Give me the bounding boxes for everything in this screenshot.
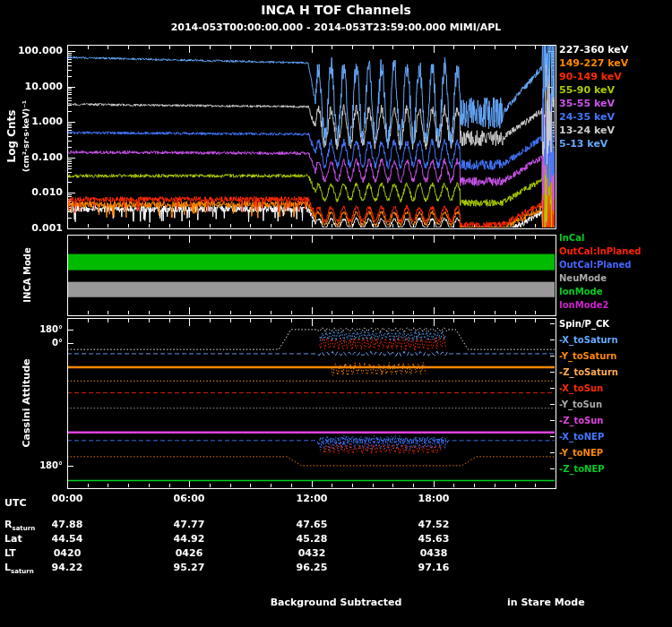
x-tick-label: 12:00 bbox=[285, 494, 339, 504]
attitude-legend-item: -Z_toNEP bbox=[559, 464, 605, 474]
tof-legend-item: 149-227 keV bbox=[559, 58, 628, 69]
ephemeris-value: 47.77 bbox=[162, 520, 216, 530]
x-tick-label: 18:00 bbox=[407, 494, 461, 504]
attitude-panel-label: Cassini Attitude bbox=[22, 358, 32, 447]
utc-row-label: UTC bbox=[4, 498, 27, 509]
attitude-ytick-label: 0° bbox=[0, 338, 63, 348]
tof-legend-item: 5-13 keV bbox=[559, 139, 607, 150]
mode-legend-item: IonMode bbox=[559, 287, 602, 296]
mode-panel-label: INCA Mode bbox=[22, 247, 32, 302]
attitude-legend-item: -X_toNEP bbox=[559, 432, 604, 442]
attitude-legend-item: -Y_toSaturn bbox=[559, 351, 616, 361]
row-label-main: LT bbox=[4, 547, 16, 559]
ytick-label: 1.000 bbox=[0, 116, 63, 127]
tof-legend-item: 13-24 keV bbox=[559, 125, 615, 136]
ephemeris-value: 95.27 bbox=[162, 563, 216, 573]
tof-legend-item: 35-55 keV bbox=[559, 99, 615, 109]
x-tick-label: 00:00 bbox=[40, 494, 94, 504]
ephemeris-value: 94.22 bbox=[40, 563, 94, 573]
ytick-label: 0.100 bbox=[0, 152, 63, 163]
mode-legend-item: NeuMode bbox=[559, 273, 607, 283]
attitude-ytick-label: 180° bbox=[0, 324, 63, 334]
mode-legend-item: OutCal:Planed bbox=[559, 260, 631, 270]
row-label-main: L bbox=[4, 562, 11, 573]
ephemeris-value: 0432 bbox=[285, 548, 339, 559]
mode-legend-item: InCal bbox=[559, 233, 584, 243]
tof-legend-item: 24-35 keV bbox=[559, 112, 615, 123]
ephemeris-value: 45.28 bbox=[285, 534, 339, 545]
inca-tof-plot: INCA H TOF Channels 2014-053T00:00:00.00… bbox=[0, 0, 672, 627]
ephemeris-value: 44.54 bbox=[40, 534, 94, 545]
ephemeris-value: 0420 bbox=[40, 548, 94, 559]
attitude-legend-item: -X_toSaturn bbox=[559, 335, 618, 345]
ephemeris-value: 44.92 bbox=[162, 534, 216, 545]
ytick-label: 10.000 bbox=[0, 82, 63, 92]
footer-stare-mode: in Stare Mode bbox=[507, 597, 585, 608]
ephemeris-value: 47.88 bbox=[40, 520, 94, 530]
tof-legend-item: 55-90 keV bbox=[559, 85, 615, 96]
tof-legend-item: 227-360 keV bbox=[559, 45, 628, 56]
mode-legend-item: OutCal:InPlaned bbox=[559, 246, 641, 256]
ytick-label: 0.010 bbox=[0, 187, 63, 198]
attitude-legend-item: -X_toSun bbox=[559, 383, 603, 393]
attitude-legend-item: Spin/P_CK bbox=[559, 319, 609, 329]
x-tick-label: 06:00 bbox=[162, 494, 216, 504]
ephemeris-row-label: Rsaturn bbox=[4, 520, 35, 533]
ytick-label: 0.001 bbox=[0, 223, 63, 234]
tof-legend-item: 90-149 keV bbox=[559, 72, 622, 82]
attitude-legend-item: -Y_toSun bbox=[559, 399, 602, 409]
attitude-legend-item: -Z_toSaturn bbox=[559, 367, 618, 377]
ephemeris-value: 97.16 bbox=[407, 563, 461, 573]
attitude-legend-item: -Y_toNEP bbox=[559, 448, 603, 458]
ephemeris-row-label: Lat bbox=[4, 534, 22, 545]
mode-legend-item: IonMode2 bbox=[559, 300, 608, 310]
attitude-legend-item: -Z_toSun bbox=[559, 416, 604, 425]
ytick-label: 100.000 bbox=[0, 46, 63, 56]
ephemeris-value: 96.25 bbox=[285, 563, 339, 573]
page-title: INCA H TOF Channels bbox=[0, 4, 672, 17]
row-label-sub: saturn bbox=[11, 568, 34, 575]
ephemeris-row-label: Lsaturn bbox=[4, 563, 34, 576]
row-label-main: Lat bbox=[4, 533, 22, 545]
attitude-ytick-label: 180° bbox=[0, 460, 63, 470]
ephemeris-row-label: LT bbox=[4, 548, 16, 559]
ephemeris-value: 45.63 bbox=[407, 534, 461, 545]
row-label-sub: saturn bbox=[12, 525, 35, 532]
ephemeris-value: 47.52 bbox=[407, 520, 461, 530]
ephemeris-value: 47.65 bbox=[285, 520, 339, 530]
ephemeris-value: 0438 bbox=[407, 548, 461, 559]
time-range-subtitle: 2014-053T00:00:00.000 - 2014-053T23:59:0… bbox=[0, 22, 672, 33]
ephemeris-value: 0426 bbox=[162, 548, 216, 559]
